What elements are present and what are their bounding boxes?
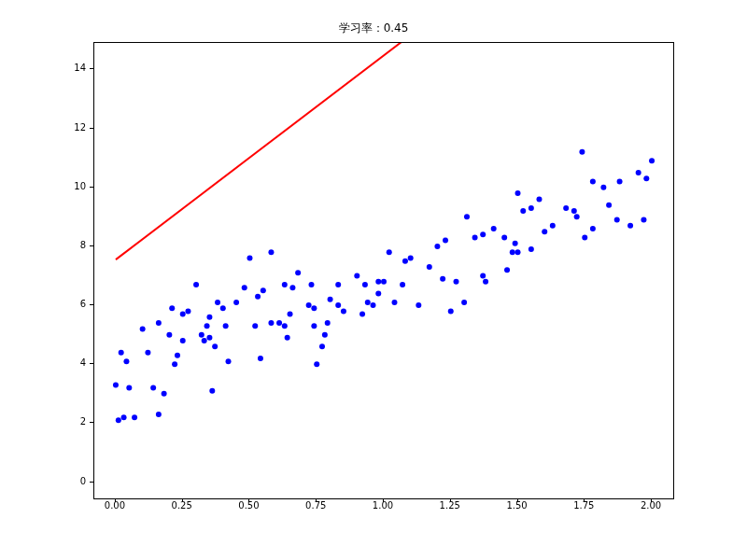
y-tick-mark xyxy=(90,68,93,69)
scatter-point xyxy=(220,305,226,311)
y-tick-mark xyxy=(90,304,93,305)
scatter-point xyxy=(491,226,497,231)
scatter-point xyxy=(268,320,274,326)
scatter-point xyxy=(515,249,521,255)
scatter-point xyxy=(427,264,432,270)
scatter-point xyxy=(247,256,252,261)
y-tick-label: 10 xyxy=(49,181,86,191)
y-tick-label: 0 xyxy=(49,476,86,486)
scatter-point xyxy=(480,273,486,279)
scatter-point xyxy=(440,276,445,282)
scatter-point xyxy=(614,217,620,223)
scatter-point xyxy=(636,170,641,175)
y-tick-label: 6 xyxy=(49,299,86,309)
scatter-point xyxy=(400,282,405,287)
scatter-point xyxy=(132,414,137,420)
scatter-point xyxy=(325,320,331,326)
scatter-point xyxy=(206,315,212,320)
scatter-point xyxy=(448,308,454,314)
scatter-point xyxy=(282,282,288,287)
scatter-point xyxy=(643,175,649,181)
x-tick-mark xyxy=(316,498,317,502)
x-tick-mark xyxy=(182,498,183,502)
scatter-point xyxy=(529,205,534,211)
scatter-point xyxy=(209,388,215,394)
chart-figure: 学习率：0.45 0.000.250.500.751.001.251.501.7… xyxy=(0,0,747,560)
scatter-point xyxy=(202,338,207,343)
scatter-point xyxy=(501,234,507,240)
scatter-point xyxy=(606,203,612,208)
scatter-point xyxy=(529,246,534,252)
scatter-point xyxy=(461,300,467,305)
scatter-point xyxy=(175,353,180,358)
chart-title: 学习率：0.45 xyxy=(0,21,747,36)
scatter-point xyxy=(536,196,542,202)
y-tick-mark xyxy=(90,482,93,483)
scatter-point xyxy=(600,185,606,190)
scatter-point xyxy=(375,290,381,296)
scatter-point xyxy=(354,273,359,279)
plot-axes xyxy=(93,42,674,499)
y-tick-label: 8 xyxy=(49,240,86,250)
scatter-point xyxy=(261,287,266,293)
scatter-point xyxy=(416,302,421,308)
scatter-point xyxy=(185,308,190,314)
scatter-point xyxy=(542,229,547,234)
scatter-point xyxy=(341,308,346,314)
scatter-point xyxy=(193,282,199,287)
scatter-point xyxy=(255,294,261,300)
scatter-point xyxy=(145,350,150,356)
scatter-point xyxy=(252,323,258,329)
scatter-point xyxy=(574,214,580,219)
scatter-point xyxy=(156,412,162,417)
scatter-point xyxy=(520,208,526,214)
scatter-point xyxy=(306,302,312,308)
scatter-point xyxy=(387,249,392,255)
scatter-point xyxy=(571,208,577,214)
scatter-point xyxy=(641,217,646,223)
scatter-point xyxy=(480,231,486,237)
scatter-point xyxy=(258,356,263,361)
scatter-point xyxy=(590,226,596,231)
scatter-point xyxy=(126,385,132,391)
scatter-point xyxy=(180,338,186,343)
scatter-point xyxy=(563,205,569,211)
scatter-point xyxy=(309,282,315,287)
y-tick-label: 14 xyxy=(49,63,86,73)
y-tick-label: 12 xyxy=(49,122,86,133)
scatter-point xyxy=(215,300,220,305)
scatter-point xyxy=(359,312,365,317)
scatter-point xyxy=(579,149,585,155)
scatter-point xyxy=(483,279,488,285)
scatter-point xyxy=(454,279,459,285)
y-tick-mark xyxy=(90,363,93,364)
scatter-point xyxy=(319,343,325,349)
scatter-point xyxy=(434,244,440,249)
scatter-point xyxy=(169,305,175,311)
scatter-point xyxy=(381,279,387,285)
scatter-point xyxy=(233,300,239,305)
scatter-point xyxy=(212,343,218,349)
x-tick-mark xyxy=(651,498,652,502)
scatter-point xyxy=(268,249,274,255)
scatter-point xyxy=(162,391,167,397)
scatter-point xyxy=(311,323,317,329)
scatter-point xyxy=(335,282,341,287)
scatter-point xyxy=(402,259,408,264)
y-tick-mark xyxy=(90,187,93,188)
scatter-point xyxy=(223,323,229,329)
scatter-point xyxy=(156,320,162,326)
y-tick-label: 4 xyxy=(49,357,86,368)
scatter-point xyxy=(121,414,127,420)
scatter-point xyxy=(285,335,290,341)
scatter-point xyxy=(504,267,510,273)
scatter-point xyxy=(288,312,293,317)
fit-line xyxy=(116,43,652,259)
scatter-point xyxy=(206,335,212,341)
scatter-point xyxy=(140,326,146,331)
scatter-point xyxy=(322,332,328,338)
scatter-point xyxy=(172,361,177,367)
x-tick-mark xyxy=(248,498,249,502)
plot-canvas xyxy=(94,43,673,498)
scatter-point xyxy=(513,241,518,246)
